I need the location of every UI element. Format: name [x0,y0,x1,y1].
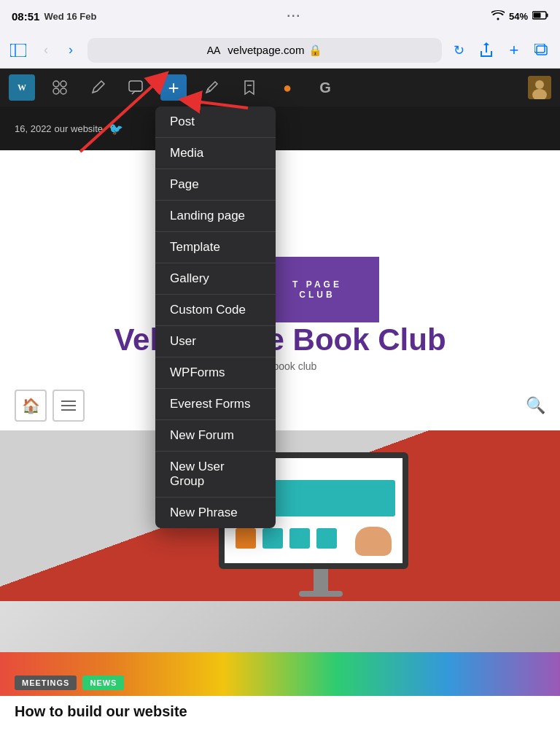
svg-text:W: W [18,82,26,93]
banner-line2: CLUB [299,290,335,300]
news-badge: NEWS [82,676,124,690]
hamburger-line2 [61,405,76,406]
forward-button[interactable]: › [60,39,82,61]
wordpress-icon[interactable]: W [9,74,35,101]
status-time: 08:51 [12,10,39,23]
back-button[interactable]: ‹ [35,39,57,61]
url-display: velvetpage.com [228,44,304,56]
website-background: 16, 2022 our website 🐦 T PAGE CLUB Velve… [0,107,560,747]
orange-dot-icon[interactable]: ● [274,74,300,101]
svg-rect-3 [10,44,26,57]
toolbar-right [528,76,551,99]
battery-icon [532,11,548,22]
menu-item-everest-forms[interactable]: Everest Forms [155,389,276,419]
title-vel: Vel [114,322,158,357]
svg-rect-1 [546,13,548,17]
menu-item-user[interactable]: User [155,326,276,357]
wp-toolbar: W + ● G [0,69,560,107]
svg-rect-2 [533,12,540,18]
menu-item-new-phrase[interactable]: New Phrase [155,498,276,528]
menu-item-media[interactable]: Media [155,138,276,169]
wifi-icon [491,10,505,23]
tabs-button[interactable] [531,39,553,61]
svg-rect-13 [129,81,142,91]
menu-item-page[interactable]: Page [155,169,276,200]
hamburger-line3 [61,409,76,411]
menu-nav-icon[interactable] [52,390,85,422]
svg-point-10 [61,81,66,87]
paint-icon[interactable] [47,74,73,101]
svg-point-9 [53,81,59,87]
browser-chrome: ‹ › AA velvetpage.com 🔒 ↻ + [0,32,560,69]
twitter-icon: 🐦 [109,122,123,136]
title-rest: ge Book Club [249,322,446,357]
menu-item-wpforms[interactable]: WPForms [155,357,276,388]
share-button[interactable] [475,39,497,61]
header-date: 16, 2022 [15,123,52,134]
status-bar: 08:51 Wed 16 Feb ··· 54% [0,0,560,32]
orange-sq [236,528,256,549]
pen-icon[interactable] [85,74,111,101]
page-subtitle: BTQ+ book club [0,360,560,372]
address-bar[interactable]: AA velvetpage.com 🔒 [88,38,442,63]
comment-icon[interactable] [122,74,149,101]
teal-sq2 [289,528,310,549]
menu-item-template[interactable]: Template [155,232,276,263]
sidebar-button[interactable] [7,39,29,61]
menu-item-new-user-group[interactable]: New User Group [155,452,276,497]
status-date: Wed 16 Feb [44,11,96,22]
home-nav-icon[interactable]: 🏠 [15,390,47,422]
monitor-stand [314,569,328,591]
post-card-area: MEETINGS NEWS How to build our website [0,601,560,747]
lock-icon: 🔒 [308,44,322,57]
edit-icon[interactable] [198,74,225,101]
orange-hand [355,527,392,556]
dropdown-menu: PostMediaPageLanding pageTemplateGallery… [155,107,276,528]
aa-label: AA [207,44,221,56]
header-sub: our website [55,123,103,134]
post-badges: MEETINGS NEWS [15,676,124,690]
user-avatar[interactable] [528,76,551,99]
menu-item-gallery[interactable]: Gallery [155,263,276,294]
menu-item-new-forum[interactable]: New Forum [155,420,276,451]
meetings-badge: MEETINGS [15,676,77,690]
site-header: 16, 2022 our website 🐦 [0,107,560,150]
hamburger-line1 [61,400,76,402]
menu-item-post[interactable]: Post [155,107,276,137]
svg-point-11 [53,88,59,94]
svg-point-12 [61,88,66,94]
svg-point-16 [535,80,544,89]
menu-item-landing-page[interactable]: Landing page [155,201,276,231]
post-title: How to build our website [15,703,545,720]
banner-line1: T PAGE [292,279,342,290]
bookmark-icon[interactable] [236,74,262,101]
refresh-button[interactable]: ↻ [448,39,470,61]
menu-item-custom-code[interactable]: Custom Code [155,295,276,325]
svg-rect-6 [534,44,545,53]
battery-text: 54% [509,11,528,22]
add-tab-button[interactable]: + [503,39,525,61]
page-title: Velvet Page Book Club [0,322,560,357]
teal-sq3 [316,528,337,549]
page-title-area: Velvet Page Book Club BTQ+ book club [0,322,560,372]
monitor-base [299,591,343,597]
svg-rect-5 [537,46,547,55]
post-card-bg: MEETINGS NEWS [0,601,560,696]
teal-sq1 [262,528,283,549]
three-dots: ··· [287,9,301,23]
search-nav-icon[interactable]: 🔍 [526,396,545,415]
google-icon[interactable]: G [312,74,338,101]
add-new-button[interactable]: + [160,74,187,101]
site-nav: 🏠 🔍 [0,390,560,422]
